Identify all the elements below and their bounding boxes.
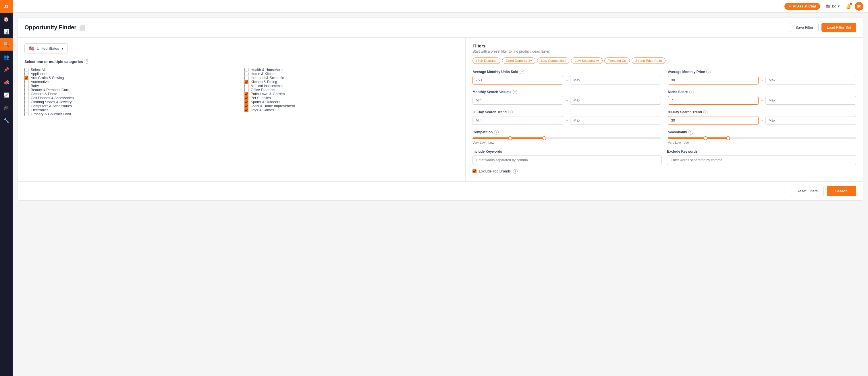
list-item[interactable]: Office Products	[244, 88, 459, 92]
category-checkbox-health[interactable]	[244, 68, 248, 72]
list-item[interactable]: Tools & Home Improvement	[244, 104, 459, 108]
preset-good-opportunity[interactable]: Good Opportunity	[502, 57, 536, 64]
sidebar-item-tools[interactable]: 🔧	[0, 114, 13, 126]
sidebar-item-search[interactable]: 🔍	[0, 38, 13, 51]
list-item[interactable]: Health & Household	[244, 68, 459, 72]
competition-slider[interactable]: Very Low - Low	[472, 136, 661, 144]
trend-30-min-input[interactable]	[472, 116, 563, 125]
preset-strong-price[interactable]: Strong Price Point	[631, 57, 666, 64]
list-item[interactable]: Toys & Games	[244, 108, 459, 112]
sidebar-item-training[interactable]: 🎓	[0, 101, 13, 114]
category-checkbox-kitchen[interactable]	[244, 80, 248, 84]
category-checkbox-automotive[interactable]	[24, 80, 28, 84]
avg-price-help-icon[interactable]: ?	[706, 69, 711, 74]
list-item[interactable]: Arts Crafts & Sewing	[24, 76, 239, 80]
search-volume-help-icon[interactable]: ?	[513, 90, 517, 94]
sidebar-item-users[interactable]: 👥	[0, 51, 13, 63]
list-item[interactable]: Automotive	[24, 80, 239, 84]
niche-score-min-input[interactable]	[668, 96, 758, 105]
trend-90-help-icon[interactable]: ?	[704, 110, 708, 114]
seasonality-help-icon[interactable]: ?	[688, 130, 693, 135]
niche-score-max-input[interactable]	[766, 96, 856, 105]
preset-low-competition[interactable]: Low Competition	[537, 57, 569, 64]
trend-90-min-input[interactable]	[668, 116, 758, 125]
list-item[interactable]: Computers & Accessories	[24, 104, 239, 108]
list-item[interactable]: Cell Phones & Accessories	[24, 96, 239, 100]
avg-price-min-input[interactable]	[668, 76, 758, 85]
exclude-keywords-input[interactable]	[667, 155, 856, 165]
preset-low-seasonality[interactable]: Low Seasonality	[571, 57, 602, 64]
category-checkbox-clothing[interactable]	[24, 100, 28, 104]
category-checkbox-tools[interactable]	[244, 104, 248, 108]
list-item[interactable]: Patio Lawn & Garden	[244, 92, 459, 96]
competition-slider-thumb-end[interactable]	[542, 136, 546, 140]
category-checkbox-beauty[interactable]	[24, 88, 28, 92]
categories-help-icon[interactable]: ?	[85, 59, 89, 64]
competition-slider-thumb-start[interactable]	[508, 136, 512, 140]
list-item[interactable]: Clothing Shoes & Jewelry	[24, 100, 239, 104]
category-checkbox-grocery[interactable]	[24, 112, 28, 116]
ai-assist-button[interactable]: ✦ AI Assist Chat	[784, 3, 820, 10]
avg-units-help-icon[interactable]: ?	[520, 69, 524, 74]
list-item[interactable]: Grocery & Gourmet Food	[24, 112, 239, 116]
search-volume-min-input[interactable]	[472, 96, 563, 105]
reset-filters-button[interactable]: Reset Filters	[791, 186, 824, 196]
list-item[interactable]: Musical Instruments	[244, 84, 459, 88]
list-item[interactable]: Pet Supplies	[244, 96, 459, 100]
search-button[interactable]: Search	[827, 186, 856, 196]
sidebar-item-home[interactable]: 🏠	[0, 13, 13, 25]
list-item[interactable]: Baby	[24, 84, 239, 88]
search-volume-max-input[interactable]	[570, 96, 661, 105]
category-checkbox-toys[interactable]	[244, 108, 248, 112]
topbar-country[interactable]: 🇺🇸 bc ▾	[824, 3, 842, 9]
category-checkbox-appliances[interactable]	[24, 72, 28, 76]
exclude-brands-help-icon[interactable]: ?	[513, 169, 518, 174]
category-checkbox-select-all[interactable]	[24, 68, 28, 72]
notification-bell[interactable]: 🔔	[846, 3, 851, 9]
category-checkbox-sports[interactable]	[244, 100, 248, 104]
category-checkbox-industrial[interactable]	[244, 76, 248, 80]
trend-30-max-input[interactable]	[570, 116, 661, 125]
list-item[interactable]: Electronics	[24, 108, 239, 112]
sidebar-item-marketing[interactable]: 📣	[0, 76, 13, 89]
preset-high-demand[interactable]: High Demand	[472, 57, 500, 64]
category-checkbox-office[interactable]	[244, 88, 248, 92]
save-filter-button[interactable]: Save Filter	[790, 23, 818, 32]
exclude-top-brands-checkbox[interactable]	[472, 169, 476, 173]
category-checkbox-computers[interactable]	[24, 104, 28, 108]
load-filter-set-button[interactable]: Load Filter Set	[822, 23, 856, 32]
category-checkbox-arts[interactable]	[24, 76, 28, 80]
sidebar-item-pin[interactable]: 📌	[0, 63, 13, 76]
competition-help-icon[interactable]: ?	[494, 130, 499, 135]
category-checkbox-patio[interactable]	[244, 92, 248, 96]
category-checkbox-musical[interactable]	[244, 84, 248, 88]
list-item[interactable]: Beauty & Personal Care	[24, 88, 239, 92]
avg-price-max-input[interactable]	[766, 76, 856, 85]
category-checkbox-pet[interactable]	[244, 96, 248, 100]
list-item[interactable]: Industrial & Scientific	[244, 76, 459, 80]
seasonality-slider[interactable]: Very Low - Low	[668, 136, 856, 144]
user-avatar[interactable]: BC	[855, 2, 863, 11]
trend-30-help-icon[interactable]: ?	[508, 110, 513, 114]
list-item[interactable]: Sports & Outdoors	[244, 100, 459, 104]
category-checkbox-electronics[interactable]	[24, 108, 28, 112]
niche-score-help-icon[interactable]: ?	[689, 90, 694, 94]
include-keywords-input[interactable]	[472, 155, 662, 165]
category-checkbox-home-kitchen[interactable]	[244, 72, 248, 76]
avg-units-min-input[interactable]	[472, 76, 563, 85]
preset-trending-up[interactable]: Trending Up	[604, 57, 630, 64]
list-item[interactable]: Select All	[24, 68, 239, 72]
list-item[interactable]: Camera & Photo	[24, 92, 239, 96]
trend-90-max-input[interactable]	[766, 116, 856, 125]
avg-units-max-input[interactable]	[570, 76, 661, 85]
category-checkbox-baby[interactable]	[24, 84, 28, 88]
seasonality-slider-thumb-end[interactable]	[726, 136, 730, 140]
category-checkbox-cellphones[interactable]	[24, 96, 28, 100]
category-checkbox-camera[interactable]	[24, 92, 28, 96]
sidebar-item-dashboard[interactable]: 📊	[0, 25, 13, 38]
list-item[interactable]: Kitchen & Dining	[244, 80, 459, 84]
sidebar-item-analytics[interactable]: 📈	[0, 89, 13, 101]
list-item[interactable]: Appliances	[24, 72, 239, 76]
seasonality-slider-thumb-start[interactable]	[704, 136, 707, 140]
list-item[interactable]: Home & Kitchen	[244, 72, 459, 76]
